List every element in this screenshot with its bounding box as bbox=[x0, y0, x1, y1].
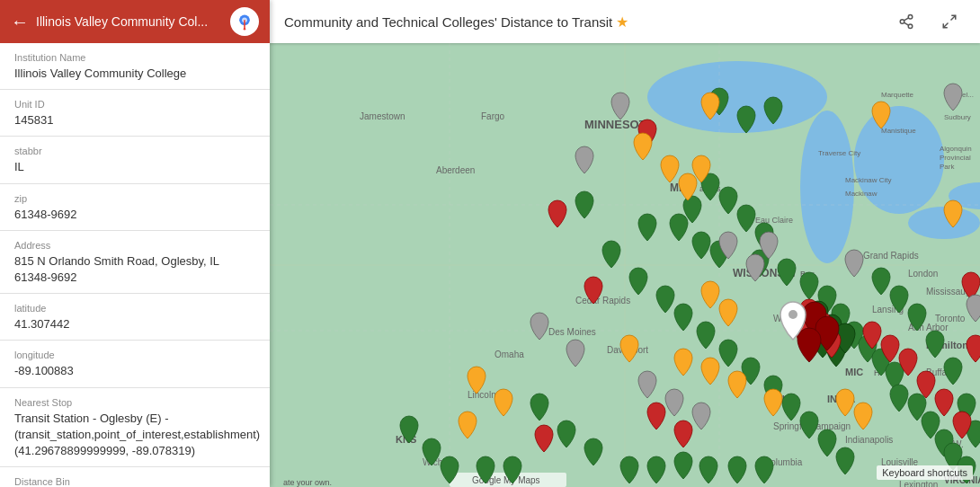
svg-text:KNS: KNS bbox=[396, 434, 416, 445]
value-nearest-stop: Transit Station - Oglesby (E) - (transit… bbox=[14, 411, 255, 460]
svg-text:Algonquin: Algonquin bbox=[940, 145, 972, 153]
field-distance-bin: Distance Bin Within 1-2 Miles bbox=[0, 467, 270, 487]
value-institution-name: Illinois Valley Community College bbox=[14, 66, 255, 82]
sidebar-content: Institution Name Illinois Valley Communi… bbox=[0, 43, 270, 487]
svg-line-7 bbox=[904, 18, 908, 21]
svg-point-3 bbox=[908, 15, 913, 20]
svg-text:A: A bbox=[850, 395, 855, 404]
svg-text:Google My Maps: Google My Maps bbox=[472, 475, 540, 485]
svg-text:Wichita: Wichita bbox=[423, 457, 452, 467]
svg-text:W.: W. bbox=[953, 439, 964, 449]
svg-text:Provincial: Provincial bbox=[940, 154, 971, 162]
map-header: Community and Technical Colleges' Distan… bbox=[270, 0, 980, 43]
svg-text:Manistique: Manistique bbox=[881, 127, 916, 135]
label-distance-bin: Distance Bin bbox=[14, 476, 255, 487]
svg-text:Ann Arbor: Ann Arbor bbox=[908, 323, 949, 332]
field-zip: zip 61348-9692 bbox=[0, 184, 270, 231]
fullscreen-button[interactable] bbox=[933, 5, 966, 38]
field-latitude: latitude 41.307442 bbox=[0, 294, 270, 341]
svg-text:Bay: Bay bbox=[800, 270, 815, 279]
value-address: 815 N Orlando Smith Road, Oglesby, IL 61… bbox=[14, 253, 255, 286]
sidebar-title: Illinois Valley Community Col... bbox=[36, 14, 223, 29]
svg-text:Lansing: Lansing bbox=[872, 305, 904, 314]
svg-text:ILLI: ILLI bbox=[773, 394, 791, 404]
svg-point-14 bbox=[908, 207, 980, 239]
svg-text:WISCONSIN: WISCONSIN bbox=[733, 267, 795, 279]
label-stabbr: stabbr bbox=[14, 146, 255, 156]
value-stabbr: IL bbox=[14, 159, 255, 175]
map-background[interactable]: MINNESOTA Aberdeen Jamestown Fargo Minn … bbox=[270, 43, 980, 487]
field-stabbr: stabbr IL bbox=[0, 137, 270, 183]
label-unit-id: Unit ID bbox=[14, 99, 255, 110]
svg-point-2 bbox=[244, 28, 246, 31]
svg-point-5 bbox=[908, 24, 913, 29]
label-nearest-stop: Nearest Stop bbox=[14, 397, 255, 408]
svg-text:Aberdeen: Aberdeen bbox=[436, 165, 475, 175]
map-title: Community and Technical Colleges' Distan… bbox=[284, 13, 879, 31]
svg-text:Des Moines: Des Moines bbox=[548, 327, 596, 337]
svg-text:MINNESOTA: MINNESOTA bbox=[584, 118, 655, 131]
svg-text:Grand Rapids: Grand Rapids bbox=[863, 251, 919, 261]
svg-text:apolis: apolis bbox=[699, 184, 721, 193]
label-address: Address bbox=[14, 240, 255, 251]
field-unit-id: Unit ID 145831 bbox=[0, 90, 270, 137]
svg-text:Lexington: Lexington bbox=[899, 480, 938, 487]
svg-text:Jamestown: Jamestown bbox=[360, 111, 405, 121]
label-institution-name: Institution Name bbox=[14, 52, 255, 63]
label-longitude: longitude bbox=[14, 350, 255, 360]
value-unit-id: 145831 bbox=[14, 112, 255, 128]
svg-text:Park: Park bbox=[940, 163, 955, 171]
svg-text:Mackinaw: Mackinaw bbox=[845, 190, 878, 198]
back-button[interactable]: ← bbox=[11, 12, 29, 32]
svg-point-13 bbox=[854, 106, 944, 214]
field-nearest-stop: Nearest Stop Transit Station - Oglesby (… bbox=[0, 388, 270, 468]
svg-line-6 bbox=[904, 22, 908, 25]
google-maps-logo bbox=[230, 7, 259, 36]
svg-text:Sudbury: Sudbury bbox=[944, 113, 971, 121]
svg-point-12 bbox=[800, 111, 854, 263]
sidebar: ← Illinois Valley Community Col... Insti… bbox=[0, 0, 270, 487]
value-latitude: 41.307442 bbox=[14, 316, 255, 332]
field-institution-name: Institution Name Illinois Valley Communi… bbox=[0, 43, 270, 90]
svg-text:Minn: Minn bbox=[670, 182, 695, 194]
svg-point-11 bbox=[647, 61, 827, 133]
svg-point-4 bbox=[900, 20, 904, 24]
svg-text:Milwaukee: Milwaukee bbox=[809, 331, 859, 341]
svg-text:Mackinaw City: Mackinaw City bbox=[845, 176, 892, 184]
svg-text:Wisconsin Dells: Wisconsin Dells bbox=[773, 314, 837, 323]
svg-text:Buffalo: Buffalo bbox=[926, 367, 954, 377]
svg-text:INDI: INDI bbox=[827, 394, 847, 404]
label-latitude: latitude bbox=[14, 303, 255, 314]
svg-text:Cedar Rapids: Cedar Rapids bbox=[575, 296, 630, 305]
value-zip: 61348-9692 bbox=[14, 207, 255, 223]
svg-text:Verel...: Verel... bbox=[951, 91, 974, 99]
star-icon: ★ bbox=[616, 14, 628, 30]
svg-text:MIC: MIC bbox=[845, 367, 863, 377]
field-longitude: longitude -89.100883 bbox=[0, 341, 270, 387]
svg-text:Indianapolis: Indianapolis bbox=[845, 435, 893, 445]
sidebar-header: ← Illinois Valley Community Col... bbox=[0, 0, 270, 43]
svg-text:Hamilton: Hamilton bbox=[926, 340, 968, 350]
svg-text:Eau Claire: Eau Claire bbox=[755, 216, 793, 225]
svg-text:Davenport: Davenport bbox=[607, 345, 648, 355]
svg-text:Champaign: Champaign bbox=[805, 421, 851, 431]
value-longitude: -89.100883 bbox=[14, 363, 255, 379]
share-button[interactable] bbox=[890, 5, 922, 38]
svg-text:London: London bbox=[908, 269, 938, 279]
svg-text:Mississauga: Mississauga bbox=[926, 287, 976, 297]
svg-text:Traverse City: Traverse City bbox=[818, 149, 860, 157]
label-zip: zip bbox=[14, 193, 255, 204]
svg-text:Columbia: Columbia bbox=[764, 457, 803, 467]
svg-text:H: H bbox=[874, 368, 880, 377]
svg-line-9 bbox=[943, 23, 948, 28]
svg-text:Fargo: Fargo bbox=[481, 111, 505, 121]
field-address: Address 815 N Orlando Smith Road, Oglesb… bbox=[0, 231, 270, 294]
svg-text:Omaha: Omaha bbox=[494, 350, 524, 359]
svg-text:Marquette: Marquette bbox=[881, 91, 914, 99]
map-container[interactable]: Community and Technical Colleges' Distan… bbox=[270, 0, 980, 487]
svg-line-8 bbox=[951, 15, 956, 20]
svg-text:N: N bbox=[793, 395, 799, 404]
keyboard-shortcuts: Keyboard shortcuts bbox=[877, 465, 973, 480]
svg-text:Lincoln: Lincoln bbox=[468, 390, 496, 400]
